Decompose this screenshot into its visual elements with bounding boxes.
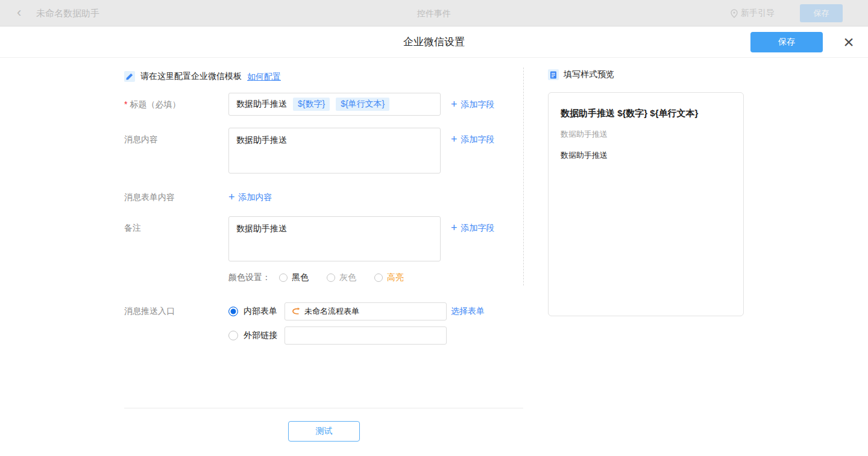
pencil-icon	[124, 71, 135, 82]
title-input[interactable]: 数据助手推送 ${数字} ${单行文本}	[228, 93, 441, 116]
color-setting-row: 颜色设置： 黑色 灰色 高亮	[228, 272, 422, 283]
external-link-label: 外部链接	[244, 330, 277, 341]
color-option-gray[interactable]: 灰色	[327, 272, 356, 283]
test-button[interactable]: 测试	[288, 421, 360, 442]
remark-field-label: 备注	[124, 222, 141, 234]
radio-icon[interactable]	[374, 273, 383, 282]
guide-label: 新手引导	[741, 8, 775, 19]
config-tip-text: 请在这里配置企业微信模板	[140, 71, 242, 82]
background-app-bar: ‹ 未命名数据助手 控件事件 新手引导 保存	[0, 0, 868, 27]
internal-form-label: 内部表单	[244, 306, 277, 317]
choose-form-link[interactable]: 选择表单	[451, 305, 485, 317]
plus-icon: +	[451, 222, 458, 234]
message-textarea[interactable]: 数据助手推送	[228, 128, 441, 173]
internal-form-input[interactable]: 未命名流程表单	[285, 302, 447, 320]
remark-textarea[interactable]: 数据助手推送	[228, 216, 441, 261]
add-content-link[interactable]: +添加内容	[228, 191, 272, 203]
add-field-link-remark[interactable]: +添加字段	[451, 222, 495, 234]
radio-external-link[interactable]	[228, 331, 238, 340]
external-link-row: 外部链接	[228, 326, 447, 345]
preview-body: 数据助手推送	[561, 150, 731, 161]
form-content-label: 消息表单内容	[124, 191, 175, 203]
wecom-settings-modal: 企业微信设置 保存 × 请在这里配置企业微信模板 如何配置 *标题（必填） 数据…	[0, 27, 868, 456]
pin-icon	[731, 9, 738, 18]
add-field-link-title[interactable]: +添加字段	[451, 98, 495, 110]
preview-title: 数据助手推送 ${数字} ${单行文本}	[561, 107, 731, 119]
add-field-link-message[interactable]: +添加字段	[451, 133, 495, 145]
save-button[interactable]: 保存	[750, 32, 823, 52]
color-option-highlight[interactable]: 高亮	[374, 272, 404, 283]
how-to-configure-link[interactable]: 如何配置	[247, 70, 281, 83]
document-icon	[548, 69, 559, 80]
modal-title: 企业微信设置	[0, 27, 868, 58]
modal-header: 企业微信设置 保存 ×	[0, 27, 868, 58]
flow-icon	[291, 307, 300, 316]
preview-subtitle: 数据助手推送	[561, 129, 731, 140]
preview-card: 数据助手推送 ${数字} ${单行文本} 数据助手推送 数据助手推送	[548, 92, 744, 316]
radio-internal-form-selected[interactable]	[228, 307, 238, 316]
close-icon[interactable]: ×	[839, 30, 858, 54]
vertical-dashed-divider	[523, 67, 524, 286]
title-field-label: *标题（必填）	[124, 98, 180, 110]
plus-icon: +	[451, 98, 458, 110]
radio-icon[interactable]	[327, 273, 335, 282]
color-option-black[interactable]: 黑色	[279, 272, 309, 283]
title-input-text: 数据助手推送	[236, 99, 287, 110]
color-setting-label: 颜色设置：	[228, 272, 271, 283]
message-field-label: 消息内容	[124, 133, 158, 145]
external-link-input[interactable]	[285, 326, 447, 345]
config-tip-row: 请在这里配置企业微信模板 如何配置	[124, 70, 281, 83]
plus-icon: +	[451, 133, 458, 145]
preview-header-label: 填写样式预览	[564, 69, 614, 80]
internal-form-row: 内部表单 未命名流程表单	[228, 302, 447, 320]
push-entry-label: 消息推送入口	[124, 305, 175, 317]
plus-icon: +	[228, 191, 235, 203]
required-mark: *	[124, 99, 127, 109]
background-save-button: 保存	[800, 4, 843, 22]
internal-form-value: 未命名流程表单	[304, 306, 359, 317]
field-chip-text[interactable]: ${单行文本}	[336, 98, 389, 111]
preview-header: 填写样式预览	[548, 69, 614, 80]
field-chip-number[interactable]: ${数字}	[293, 98, 330, 111]
form-footer-divider	[124, 408, 523, 408]
radio-icon[interactable]	[279, 273, 288, 282]
guide-link[interactable]: 新手引导	[731, 8, 775, 19]
